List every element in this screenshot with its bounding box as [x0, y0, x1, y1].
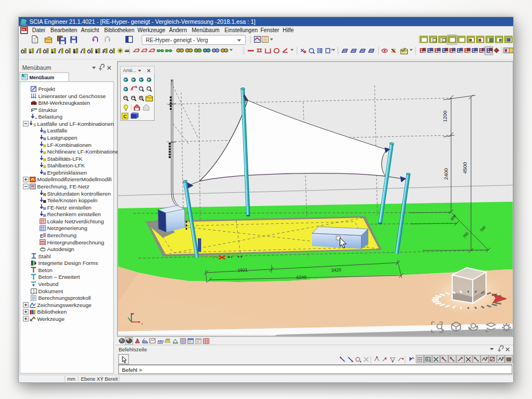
svg-text:Ansi...: Ansi...: [123, 68, 136, 73]
svg-text:Lokale Netzverdichtung: Lokale Netzverdichtung: [47, 218, 104, 224]
svg-text:Menübaum: Menübaum: [29, 75, 54, 80]
svg-text:Befehl >: Befehl >: [122, 367, 142, 373]
svg-text:Strukturdaten kontrollieren: Strukturdaten kontrollieren: [47, 191, 111, 197]
svg-text:1921: 1921: [238, 268, 248, 273]
svg-text:5240: 5240: [296, 275, 307, 280]
svg-text:4500: 4500: [462, 162, 468, 173]
svg-text:Werkzeuge: Werkzeuge: [37, 316, 65, 322]
svg-text:Dokument: Dokument: [38, 288, 63, 294]
svg-text:Beton: Beton: [38, 267, 53, 273]
svg-text:F: F: [31, 108, 34, 113]
svg-text:Hilfe: Hilfe: [283, 27, 294, 33]
svg-text:RE-Hyper- geneigt - Verg: RE-Hyper- geneigt - Verg: [146, 37, 208, 43]
svg-text:Stahlbeton-LFK: Stahlbeton-LFK: [47, 162, 85, 168]
svg-text:Bibliotheken: Bibliotheken: [37, 309, 66, 315]
svg-text:Stahl: Stahl: [38, 253, 50, 259]
svg-text:?: ?: [330, 48, 332, 52]
svg-text:z: z: [132, 312, 134, 315]
svg-text:Ansicht: Ansicht: [81, 27, 99, 33]
svg-text:Datei: Datei: [32, 27, 45, 33]
svg-text:E: E: [40, 233, 43, 239]
svg-text:ModellmodifiziererModellmodifi: ModellmodifiziererModellmodifi: [37, 176, 111, 182]
svg-text:Werkzeuge: Werkzeuge: [137, 27, 166, 33]
svg-text:x: x: [141, 322, 143, 325]
svg-text:Einstellungen: Einstellungen: [224, 27, 258, 33]
svg-text:Ändern: Ändern: [169, 27, 187, 33]
svg-text:ABC: ABC: [157, 340, 164, 343]
svg-text:Beton – Erweitert: Beton – Erweitert: [38, 274, 80, 280]
svg-text:Ergebnisklassen: Ergebnisklassen: [47, 170, 87, 176]
svg-text:Rechenkern einstellen: Rechenkern einstellen: [47, 211, 101, 217]
svg-text:Projekt: Projekt: [38, 86, 55, 92]
svg-text:Netzgenerierung: Netzgenerierung: [47, 225, 87, 231]
svg-text:Autodesign: Autodesign: [47, 246, 74, 252]
svg-text:Zeichnungswerkzeuge: Zeichnungswerkzeuge: [37, 302, 92, 308]
svg-text:Linienraster und Geschosse: Linienraster und Geschosse: [38, 93, 106, 99]
svg-text:2400: 2400: [443, 168, 449, 180]
svg-text:Teile/Knoten koppeln: Teile/Knoten koppeln: [47, 197, 98, 203]
svg-text:Struktur: Struktur: [38, 107, 58, 113]
svg-text:Befehlszeile: Befehlszeile: [119, 346, 147, 352]
svg-text:Nichtlineare LF-Kombinatione: Nichtlineare LF-Kombinatione: [47, 149, 119, 155]
svg-text:Hintergrundberechnung: Hintergrundberechnung: [47, 239, 104, 245]
svg-text:Berechnung, FE-Netz: Berechnung, FE-Netz: [37, 183, 89, 190]
svg-text:Belastung: Belastung: [38, 114, 63, 120]
svg-text:S: S: [33, 122, 37, 127]
svg-text:Bibliotheken: Bibliotheken: [104, 27, 134, 33]
svg-text:Lastfälle und LF-Kombinationen: Lastfälle und LF-Kombinationen: [37, 121, 114, 127]
svg-text:FE-Netz einstellen: FE-Netz einstellen: [47, 204, 91, 211]
svg-text:Bereit: Bereit: [105, 376, 118, 382]
svg-text:Berechnungsprotokoll: Berechnungsprotokoll: [38, 295, 91, 301]
svg-text:1200: 1200: [442, 110, 448, 122]
svg-text:BIM-Werkzeugkasten: BIM-Werkzeugkasten: [38, 100, 90, 106]
svg-text:Lastfälle: Lastfälle: [47, 127, 68, 134]
svg-text:Menübaum: Menübaum: [192, 27, 219, 33]
svg-text:C: C: [124, 114, 127, 119]
svg-text:Bearbeiten: Bearbeiten: [50, 27, 77, 33]
svg-text:Menübaum: Menübaum: [22, 64, 52, 71]
svg-text:Fenster: Fenster: [260, 27, 280, 33]
svg-text:mm: mm: [67, 376, 75, 382]
svg-text:Integrierte Design Forms: Integrierte Design Forms: [38, 260, 98, 266]
svg-text:Verbund: Verbund: [38, 281, 59, 287]
svg-text:SCIA Engineer 21.1.4021 - [RE-: SCIA Engineer 21.1.4021 - [RE-Hyper- gen…: [29, 18, 255, 25]
svg-text:LF-Kombinationen: LF-Kombinationen: [47, 142, 91, 148]
svg-text:Ebene XY: Ebene XY: [81, 376, 104, 382]
svg-text:3420: 3420: [331, 268, 342, 273]
svg-text:Stabilitäts-LFK: Stabilitäts-LFK: [47, 156, 83, 162]
svg-text:Lastgruppen: Lastgruppen: [47, 135, 77, 141]
svg-text:Berechnung: Berechnung: [47, 232, 76, 238]
